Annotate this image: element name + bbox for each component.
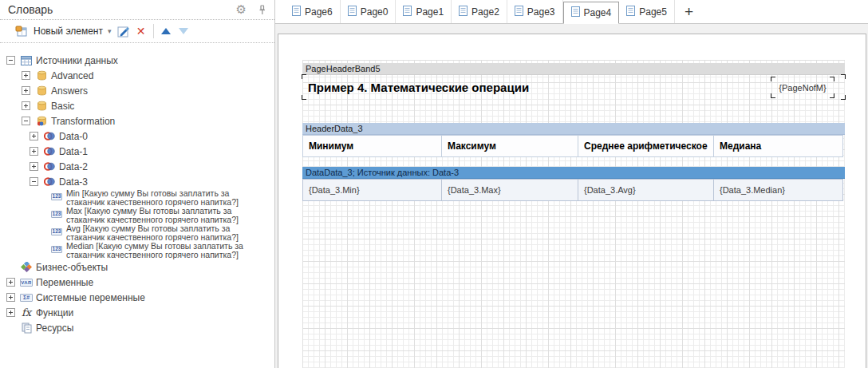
tab-label: Page0	[361, 6, 389, 18]
tree-item-field-avg[interactable]: 123 Avg [Какую сумму Вы готовы заплатить…	[0, 224, 274, 241]
header-cell-average[interactable]: Среднее арифметическое	[578, 135, 714, 157]
data-cell-median[interactable]: {Data_3.Median}	[713, 179, 843, 201]
tab-page4-active[interactable]: Page4	[563, 2, 620, 24]
tree-item-field-max[interactable]: 123 Max [Какую сумму Вы готовы заплатить…	[0, 207, 274, 224]
move-down-button[interactable]	[175, 23, 192, 39]
tree-item-data-2[interactable]: Data-2	[0, 159, 274, 174]
tree-item-label: Advanced	[51, 70, 93, 81]
tree-item-data-sources[interactable]: Источники данных	[0, 53, 274, 68]
add-page-button[interactable]: +	[675, 0, 703, 23]
pagenofm-textbox[interactable]: {PageNofM}	[771, 77, 834, 97]
new-element-icon	[14, 26, 27, 37]
fx-glyph: fx	[22, 307, 31, 318]
selection-corner-icon	[841, 74, 846, 79]
chevron-down-icon: ▾	[108, 27, 112, 35]
tree-item-answers[interactable]: Answers	[0, 83, 274, 98]
expand-icon[interactable]	[30, 162, 38, 171]
tree-item-functions[interactable]: fx Функции	[0, 305, 274, 320]
expand-icon[interactable]	[30, 132, 38, 140]
header-cell-median[interactable]: Медиана	[713, 135, 843, 157]
page-tab-bar: Page6 Page0 Page1 Page2 Page3 Page4 Page…	[275, 0, 868, 24]
tab-page3[interactable]: Page3	[507, 0, 563, 23]
expand-icon[interactable]	[6, 308, 15, 317]
tree-item-advanced[interactable]: Advanced	[0, 68, 274, 83]
tree-item-resources[interactable]: Ресурсы	[0, 320, 274, 335]
new-element-button[interactable]: Новый элемент ▾	[6, 24, 115, 38]
settings-gear-icon[interactable]: ⚙	[236, 4, 247, 16]
tree-item-label: Answers	[51, 85, 88, 97]
data-cell-max[interactable]: {Data_3.Max}	[441, 179, 578, 201]
tree-item-data-3[interactable]: Data-3	[0, 174, 274, 189]
page-icon	[348, 6, 357, 18]
tree-item-field-median[interactable]: 123 Median [Какую сумму Вы готовы заплат…	[0, 242, 274, 259]
dictionary-toolbar: Новый элемент ▾ ✕	[0, 20, 274, 43]
header-cell-minimum[interactable]: Минимум	[302, 135, 442, 157]
page-icon	[292, 6, 301, 18]
resources-icon	[20, 322, 33, 334]
field-badge-123: 123	[51, 193, 62, 200]
data-cell-avg[interactable]: {Data_3.Avg}	[578, 179, 714, 201]
expand-icon[interactable]	[6, 278, 15, 287]
report-page[interactable]: PageHeaderBand5 Пример 4. Математические…	[278, 34, 866, 368]
report-designer: Словарь ⚙ Новый элемент ▾ ✕	[0, 0, 868, 368]
expand-icon[interactable]	[6, 293, 15, 302]
expand-icon[interactable]	[22, 71, 30, 80]
page-icon	[515, 6, 523, 18]
data-cell-min[interactable]: {Data_3.Min}	[302, 179, 442, 201]
tree-item-label: Бизнес-объекты	[36, 262, 108, 273]
selection-corner-icon	[771, 77, 775, 81]
band-pageheader[interactable]: PageHeaderBand5	[302, 63, 845, 75]
tab-label: Page1	[416, 6, 444, 18]
tree-item-system-variables[interactable]: Σ# Системные переменные	[0, 290, 274, 305]
pin-icon[interactable]	[258, 5, 266, 15]
business-objects-icon	[20, 262, 33, 272]
grid-area: PageHeaderBand5 Пример 4. Математические…	[302, 60, 845, 368]
dictionary-header: Словарь ⚙	[0, 0, 274, 20]
tree-item-transformation[interactable]: Transformation	[0, 113, 274, 129]
band-datadata[interactable]: DataData_3; Источник данных: Data-3	[302, 167, 845, 179]
tab-page1[interactable]: Page1	[396, 0, 452, 23]
tree-item-data-0[interactable]: Data-0	[0, 129, 274, 144]
collapse-icon[interactable]	[22, 117, 30, 125]
system-variables-icon: Σ#	[20, 294, 33, 302]
edit-button[interactable]	[115, 23, 132, 39]
pagenofm-label: {PageNofM}	[779, 83, 826, 93]
selection-corner-icon	[771, 93, 775, 98]
data-table-icon	[20, 56, 33, 65]
tree-item-field-min[interactable]: 123 Min [Какую сумму Вы готовы заплатить…	[0, 189, 274, 206]
tab-page0[interactable]: Page0	[341, 0, 397, 23]
page-icon	[626, 6, 635, 18]
arrow-down-icon	[179, 28, 188, 34]
toolbar-divider	[153, 24, 154, 38]
header-cell-maximum[interactable]: Максимум	[441, 135, 578, 157]
expand-icon[interactable]	[22, 86, 30, 95]
move-up-button[interactable]	[157, 23, 175, 39]
sysvar-badge: Σ#	[20, 294, 33, 302]
data-relation-icon	[43, 132, 56, 140]
database-icon	[35, 70, 48, 81]
expand-icon[interactable]	[22, 101, 30, 110]
tree-item-label: Data-3	[59, 176, 88, 188]
new-element-label: Новый элемент	[34, 26, 103, 37]
expand-icon[interactable]	[30, 147, 38, 156]
collapse-icon[interactable]	[6, 56, 15, 65]
tree-item-label: Data-2	[59, 161, 88, 172]
tree-item-business-objects[interactable]: Бизнес-объекты	[0, 259, 274, 275]
selection-corner-icon	[830, 77, 834, 81]
variables-icon: VAR	[20, 279, 33, 287]
tree-item-basic[interactable]: Basic	[0, 98, 274, 113]
field-badge-123: 123	[51, 211, 62, 218]
tree-item-variables[interactable]: VAR Переменные	[0, 275, 274, 290]
tab-page5[interactable]: Page5	[619, 0, 675, 23]
database-icon	[35, 101, 48, 111]
report-title: Пример 4. Математические операции	[302, 81, 529, 94]
tree-item-label: Max [Какую сумму Вы готовы заплатить за …	[66, 207, 248, 224]
tree-item-data-1[interactable]: Data-1	[0, 144, 274, 159]
collapse-icon[interactable]	[30, 177, 38, 186]
tab-page6[interactable]: Page6	[285, 0, 341, 23]
title-textbox[interactable]: Пример 4. Математические операции	[302, 75, 845, 99]
band-headerdata[interactable]: HeaderData_3	[302, 123, 845, 135]
delete-button[interactable]: ✕	[132, 23, 150, 39]
dictionary-tree: Источники данных Advanced Answers	[0, 43, 274, 335]
tab-page2[interactable]: Page2	[452, 0, 507, 23]
